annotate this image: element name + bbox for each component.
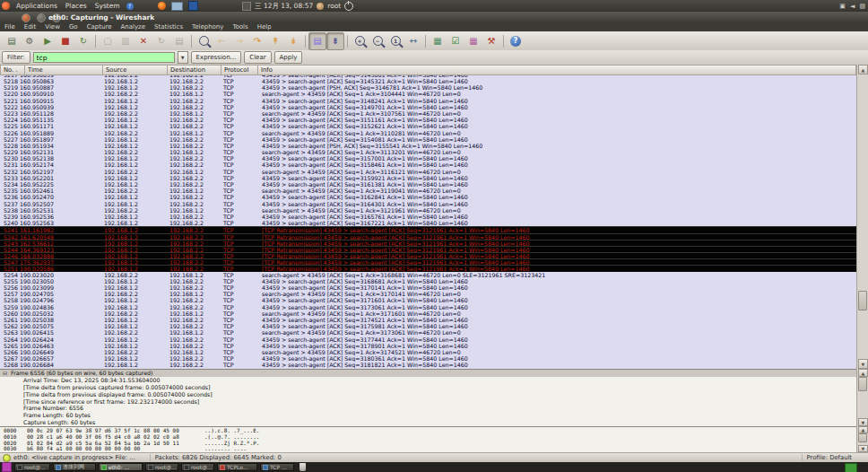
displays-icon[interactable]: [171, 2, 183, 11]
menu-analyze[interactable]: Analyze: [116, 22, 150, 31]
detail-row[interactable]: Arrival Time: Dec 13, 2025 08:34:31.5536…: [0, 377, 856, 384]
packet-row[interactable]: 5242161.620548192.168.1.2192.168.2.2TCP[…: [0, 233, 856, 240]
filter-button[interactable]: Filter:: [2, 51, 30, 64]
help-icon[interactable]: ?: [126, 3, 134, 10]
detail-row[interactable]: Frame Length: 60 bytes: [0, 412, 856, 419]
capture-stop-button[interactable]: ■: [56, 32, 74, 50]
column-header-info[interactable]: Info: [258, 65, 856, 75]
packet-row[interactable]: 5239160.952536192.168.1.2192.168.2.2TCP4…: [0, 214, 856, 220]
packet-row[interactable]: 5221160.950915192.168.1.2192.168.2.2TCP4…: [0, 98, 856, 104]
packet-row[interactable]: 5262190.025075192.168.1.2192.168.2.2TCP4…: [0, 323, 856, 329]
scroll-down-icon[interactable]: ▼: [858, 359, 868, 369]
open-button[interactable]: ▢: [99, 32, 117, 50]
coloring-rules-button[interactable]: ▦: [464, 32, 482, 50]
packet-list-scrollbar[interactable]: ▲ ▼: [856, 65, 868, 369]
packet-row[interactable]: 5237160.952507192.168.1.2192.168.2.2TCP4…: [0, 201, 856, 207]
colorize-toggle-button[interactable]: ▤: [308, 32, 326, 50]
packet-list[interactable]: 5217160.950839192.168.1.2192.168.2.2TCP4…: [0, 75, 856, 369]
taskbar-item[interactable]: eth0: ...: [99, 463, 143, 471]
hex-row[interactable]: 0030b6 80 f4 a1 00 00 00 00 00 00 00 00.…: [0, 446, 856, 452]
scrollbar-thumb[interactable]: [858, 377, 867, 391]
scroll-down-icon[interactable]: ▼: [858, 445, 868, 452]
window-minimize-button[interactable]: [37, 13, 46, 22]
profile-label[interactable]: Profile: Default: [802, 454, 852, 461]
menu-tools[interactable]: Tools: [228, 22, 252, 31]
detail-row[interactable]: ⊟Frame 6556 (60 bytes on wire, 60 bytes …: [0, 370, 856, 377]
hex-scrollbar[interactable]: ▲ ▼: [856, 426, 868, 452]
scroll-up-icon[interactable]: ▲: [858, 65, 868, 74]
capture-filters-button[interactable]: ▦: [429, 32, 447, 50]
autoscroll-toggle-button[interactable]: ⇟: [326, 32, 344, 50]
briefcase-icon[interactable]: ▣: [839, 3, 846, 10]
packet-row[interactable]: 5243162.536612192.168.1.2192.168.2.2TCP[…: [0, 240, 856, 246]
taskbar-item[interactable]: root@...: [145, 463, 178, 471]
detail-row[interactable]: [Time delta from previous captured frame…: [0, 384, 856, 391]
packet-row[interactable]: 5264190.026424192.168.1.2192.168.2.2TCP4…: [0, 337, 856, 343]
menu-telephony[interactable]: Telephony: [187, 22, 228, 31]
capture-start-button[interactable]: ▶: [39, 32, 56, 50]
packet-row[interactable]: 5228160.951934192.168.1.2192.168.2.2TCP4…: [0, 143, 856, 149]
scrollbar-thumb[interactable]: [858, 291, 867, 310]
packet-row[interactable]: 5268190.026684192.168.1.2192.168.2.2TCP4…: [0, 362, 856, 368]
taskbar-item[interactable]: TCPLo...: [217, 463, 257, 471]
packet-row[interactable]: 5236160.952470192.168.1.2192.168.2.2TCP4…: [0, 194, 856, 200]
go-back-button[interactable]: ←: [213, 32, 230, 50]
close-button[interactable]: ✕: [135, 32, 152, 50]
find-button[interactable]: [195, 32, 213, 50]
browser-icon[interactable]: [158, 2, 166, 10]
reload-button[interactable]: ↻: [152, 32, 170, 50]
panel-user[interactable]: root: [327, 2, 341, 10]
detail-row[interactable]: [Time delta from previous displayed fram…: [0, 391, 856, 398]
list-interfaces-button[interactable]: ▤: [3, 32, 21, 50]
menu-help[interactable]: Help: [253, 22, 276, 31]
packet-row[interactable]: 5257190.024705192.168.2.2192.168.1.2TCPs…: [0, 291, 856, 297]
detail-row[interactable]: Capture Length: 60 bytes: [0, 419, 856, 426]
packet-row[interactable]: 5244164.369123192.168.1.2192.168.2.2TCP[…: [0, 246, 856, 252]
panel-menu-places[interactable]: Places: [65, 2, 87, 10]
input-method-icon[interactable]: [242, 2, 251, 11]
scroll-up-icon[interactable]: ▲: [858, 426, 868, 433]
detail-row[interactable]: Frame Number: 6556: [0, 405, 856, 412]
packet-row[interactable]: 5241161.161982192.168.1.2192.168.2.2TCP[…: [0, 226, 856, 232]
resize-columns-button[interactable]: ↔: [404, 32, 422, 50]
packet-row[interactable]: 5261190.025038192.168.1.2192.168.2.2TCP4…: [0, 317, 856, 323]
filter-dropdown-icon[interactable]: ▼: [178, 51, 188, 64]
panel-menu-system[interactable]: System: [95, 2, 120, 10]
show-desktop-icon[interactable]: [2, 462, 12, 472]
go-to-top-button[interactable]: ↟: [266, 32, 284, 50]
workspace-switcher[interactable]: [845, 463, 857, 472]
packet-row[interactable]: 5229160.952131192.168.2.2192.168.1.2TCPs…: [0, 149, 856, 155]
taskbar-item[interactable]: root@...: [14, 463, 50, 471]
taskbar-item[interactable]: TCP ...: [260, 463, 294, 471]
column-header-source[interactable]: Source: [103, 65, 168, 75]
packet-row[interactable]: 5230160.952138192.168.1.2192.168.2.2TCP4…: [0, 155, 856, 162]
zoom-in-button[interactable]: +: [351, 32, 369, 50]
packet-row[interactable]: 5233160.952201192.168.1.2192.168.2.2TCP4…: [0, 175, 856, 181]
apply-button[interactable]: Apply: [274, 51, 303, 64]
column-header-time[interactable]: Time: [25, 65, 103, 75]
window-close-button[interactable]: [22, 13, 30, 22]
packet-row[interactable]: 5222160.950939192.168.1.2192.168.2.2TCP4…: [0, 104, 856, 110]
packet-row[interactable]: 5256190.023099192.168.1.2192.168.2.2TCP4…: [0, 284, 856, 291]
menu-statistics[interactable]: Statistics: [150, 22, 187, 31]
packet-row[interactable]: 5235160.952461192.168.2.2192.168.1.2TCPs…: [0, 188, 856, 194]
taskbar-item[interactable]: 连接到网: [53, 463, 96, 471]
expression-button[interactable]: Expression...: [191, 51, 242, 64]
packet-row[interactable]: 5231160.952174192.168.1.2192.168.2.2TCP4…: [0, 162, 856, 168]
detail-scrollbar[interactable]: ▲ ▼: [856, 369, 868, 426]
menu-file[interactable]: File: [0, 22, 20, 31]
taskbar-item[interactable]: root@...: [181, 463, 214, 471]
packet-row[interactable]: 5227160.951897192.168.1.2192.168.2.2TCP4…: [0, 136, 856, 143]
packet-row[interactable]: 5218160.950863192.168.1.2192.168.2.2TCP4…: [0, 78, 856, 84]
go-to-bottom-button[interactable]: ↡: [284, 32, 302, 50]
packet-row[interactable]: 5232160.952197192.168.2.2192.168.1.2TCPs…: [0, 169, 856, 175]
column-header-destination[interactable]: Destination: [168, 65, 221, 75]
packet-row[interactable]: 5254190.023020192.168.2.2192.168.1.2TCPs…: [0, 272, 856, 278]
expander-icon[interactable]: ⊟: [3, 370, 7, 377]
packet-row[interactable]: 5258190.024796192.168.1.2192.168.2.2TCP4…: [0, 297, 856, 303]
packet-row[interactable]: 5255190.023050192.168.1.2192.168.2.2TCP4…: [0, 278, 856, 284]
help-button[interactable]: ?: [507, 32, 525, 50]
menu-capture[interactable]: Capture: [82, 22, 117, 31]
packet-row[interactable]: 5251190.020586192.168.1.2192.168.2.2TCP[…: [0, 265, 856, 271]
packet-row[interactable]: 5223160.951128192.168.2.2192.168.1.2TCPs…: [0, 110, 856, 117]
